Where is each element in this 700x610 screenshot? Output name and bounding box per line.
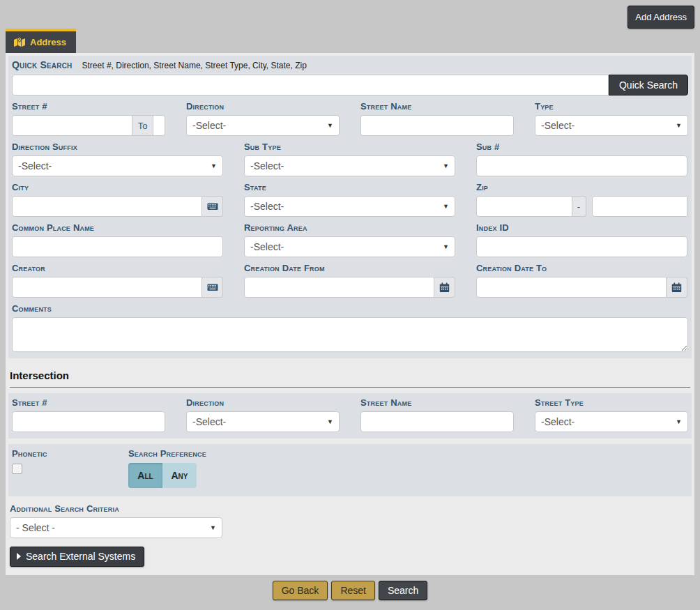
map-marker-icon <box>14 37 25 47</box>
chevron-down-icon: ▼ <box>443 203 449 210</box>
sub-type-label: Sub Type <box>244 142 455 152</box>
creation-date-to-input[interactable] <box>476 277 667 298</box>
chevron-down-icon: ▼ <box>443 162 449 169</box>
street-number-from-input[interactable] <box>12 115 132 136</box>
common-place-name-label: Common Place Name <box>12 222 223 233</box>
quick-search-input[interactable] <box>12 75 609 96</box>
direction-suffix-label: Direction Suffix <box>12 142 223 152</box>
street-number-to-label: To <box>132 115 153 136</box>
quick-search-hint: Street #, Direction, Street Name, Street… <box>82 61 307 70</box>
intersection-street-number-input[interactable] <box>12 411 165 432</box>
intersection-street-name-label: Street Name <box>360 397 514 408</box>
search-options-section: Phonetic Search Preference All Any <box>8 444 692 496</box>
additional-search-criteria-label: Additional Search Criteria <box>10 503 690 514</box>
street-name-label: Street Name <box>360 101 514 112</box>
keyboard-icon[interactable] <box>202 277 223 298</box>
type-label: Type <box>535 101 688 112</box>
street-name-input[interactable] <box>360 115 514 136</box>
direction-label: Direction <box>186 101 340 112</box>
chevron-down-icon: ▼ <box>327 122 333 129</box>
creation-date-from-label: Creation Date From <box>244 263 455 273</box>
common-place-name-input[interactable] <box>12 236 223 257</box>
calendar-icon[interactable] <box>667 277 687 298</box>
intersection-direction-select[interactable]: -Select- ▼ <box>186 411 340 432</box>
top-bar: Add Address <box>0 0 700 29</box>
search-external-systems-button[interactable]: Search External Systems <box>10 547 144 567</box>
quick-search-button[interactable]: Quick Search <box>609 75 688 96</box>
search-preference-any-button[interactable]: Any <box>162 463 197 488</box>
index-id-label: Index ID <box>476 222 687 233</box>
zip-input[interactable] <box>476 196 572 217</box>
tab-address-label: Address <box>30 37 66 47</box>
state-select[interactable]: -Select- ▼ <box>244 196 455 217</box>
sub-type-select[interactable]: -Select- ▼ <box>244 155 455 176</box>
comments-label: Comments <box>12 303 688 314</box>
chevron-down-icon: ▼ <box>210 524 216 531</box>
intersection-street-name-input[interactable] <box>360 411 514 432</box>
reset-button[interactable]: Reset <box>331 581 375 600</box>
comments-textarea[interactable] <box>12 317 688 352</box>
zip-label: Zip <box>476 182 687 192</box>
search-button[interactable]: Search <box>379 581 427 600</box>
add-address-button[interactable]: Add Address <box>627 6 694 29</box>
street-number-label: Street # <box>12 101 165 112</box>
index-id-input[interactable] <box>476 236 687 257</box>
search-preference-label: Search Preference <box>128 448 206 459</box>
phonetic-label: Phonetic <box>12 448 128 459</box>
chevron-down-icon: ▼ <box>676 418 682 425</box>
phonetic-checkbox[interactable] <box>12 464 22 474</box>
go-back-button[interactable]: Go Back <box>273 581 328 600</box>
chevron-down-icon: ▼ <box>676 122 682 129</box>
city-input[interactable] <box>12 196 202 217</box>
search-preference-toggle: All Any <box>128 463 197 488</box>
additional-search-criteria-select[interactable]: - Select - ▼ <box>10 517 222 538</box>
tab-address[interactable]: Address <box>6 29 76 53</box>
quick-search-label: Quick SearchStreet #, Direction, Street … <box>12 60 688 71</box>
intersection-direction-label: Direction <box>186 397 340 408</box>
sub-number-input[interactable] <box>476 155 687 176</box>
caret-right-icon <box>17 553 21 560</box>
calendar-icon[interactable] <box>434 277 455 298</box>
creator-input[interactable] <box>12 277 202 298</box>
creation-date-from-input[interactable] <box>244 277 434 298</box>
reporting-area-label: Reporting Area <box>244 222 455 233</box>
reporting-area-select[interactable]: -Select- ▼ <box>244 236 455 257</box>
intersection-heading: Intersection <box>10 365 690 388</box>
sub-number-label: Sub # <box>476 142 687 152</box>
tab-strip: Address <box>6 29 694 53</box>
zip-plus4-input[interactable] <box>592 196 688 217</box>
address-search-section: Quick SearchStreet #, Direction, Street … <box>8 56 692 358</box>
chevron-down-icon: ▼ <box>327 418 333 425</box>
creation-date-to-label: Creation Date To <box>476 263 687 273</box>
intersection-street-type-label: Street Type <box>535 397 688 408</box>
direction-suffix-select[interactable]: -Select- ▼ <box>12 155 223 176</box>
keyboard-icon[interactable] <box>202 196 223 217</box>
street-number-to-input[interactable] <box>153 115 165 136</box>
creator-label: Creator <box>12 263 223 273</box>
chevron-down-icon: ▼ <box>443 243 449 250</box>
intersection-street-number-label: Street # <box>12 397 165 408</box>
state-label: State <box>244 182 455 192</box>
search-preference-all-button[interactable]: All <box>128 463 162 488</box>
main-panel: Quick SearchStreet #, Direction, Street … <box>6 53 694 575</box>
direction-select[interactable]: -Select- ▼ <box>186 115 340 136</box>
footer-actions: Go Back Reset Search <box>0 581 700 600</box>
type-select[interactable]: -Select- ▼ <box>535 115 688 136</box>
intersection-section: Street # Direction -Select- ▼ Street Nam… <box>8 393 692 439</box>
city-label: City <box>12 182 223 192</box>
zip-separator: - <box>572 196 586 217</box>
intersection-street-type-select[interactable]: -Select- ▼ <box>535 411 688 432</box>
chevron-down-icon: ▼ <box>211 162 217 169</box>
